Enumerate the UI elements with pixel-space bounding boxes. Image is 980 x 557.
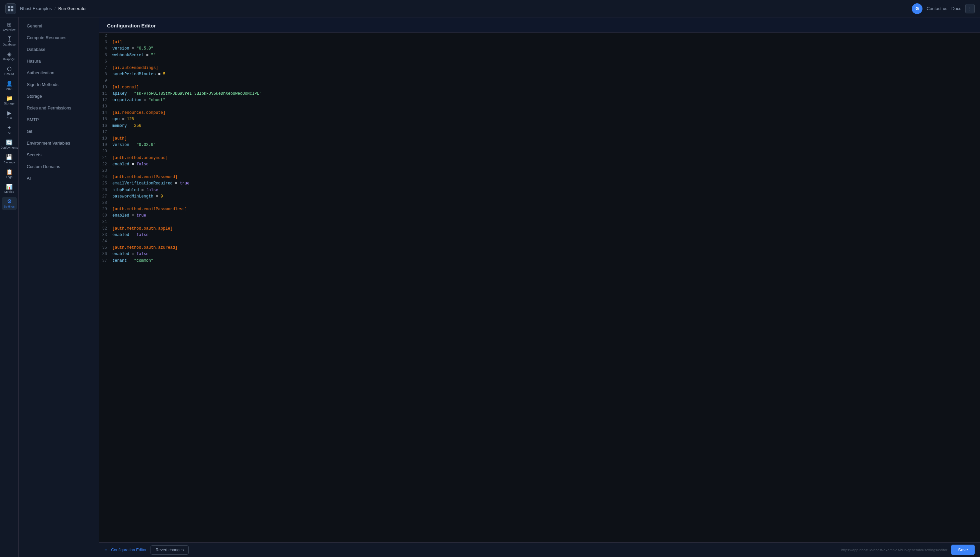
- sidebar-item-run[interactable]: ▶ Run: [2, 109, 17, 122]
- sidebar-item-label-graphql: GraphQL: [3, 57, 15, 61]
- table-row: 5 webhookSecret = "": [99, 52, 980, 59]
- svg-rect-2: [8, 9, 10, 11]
- table-row: 20: [99, 148, 980, 155]
- table-row: 29 [auth.method.emailPasswordless]: [99, 206, 980, 213]
- sidebar-item-label-database: Database: [3, 43, 16, 46]
- content-area: Configuration Editor 2 3 [ai] 4 version …: [99, 18, 980, 557]
- config-editor-icon: ≡: [104, 547, 107, 553]
- sidebar-item-label-settings: Settings: [4, 205, 15, 208]
- nav-item-database[interactable]: Database: [19, 44, 99, 55]
- sidebar-item-logs[interactable]: 📋 Logs: [2, 168, 17, 181]
- sidebar-item-backups[interactable]: 💾 Backups: [2, 153, 17, 166]
- menu-button[interactable]: ⋮: [965, 4, 975, 13]
- sidebar-item-hasura[interactable]: ⬡ Hasura: [2, 64, 17, 78]
- nav-item-compute-resources[interactable]: Compute Resources: [19, 32, 99, 44]
- breadcrumb-separator: /: [55, 6, 56, 11]
- graphql-icon: ◈: [7, 52, 11, 57]
- sidebar-item-label-auth: Auth: [6, 87, 12, 90]
- svg-rect-0: [8, 6, 10, 8]
- svg-rect-1: [11, 6, 13, 8]
- table-row: 34: [99, 238, 980, 245]
- run-icon: ▶: [7, 111, 11, 116]
- table-row: 33 enabled = false: [99, 232, 980, 238]
- contact-link[interactable]: Contact us: [926, 6, 947, 11]
- nav-item-ai[interactable]: AI: [19, 173, 99, 184]
- settings-icon: ⚙: [7, 199, 12, 204]
- nav-item-general[interactable]: General: [19, 20, 99, 32]
- nav-item-sign-in-methods[interactable]: Sign-In Methods: [19, 79, 99, 90]
- auth-icon: 👤: [6, 81, 13, 86]
- nav-item-git[interactable]: Git: [19, 125, 99, 137]
- sidebar-item-deployments[interactable]: 🔄 Deployments: [2, 138, 17, 151]
- table-row: 13: [99, 103, 980, 110]
- table-row: 25 emailVerificationRequired = true: [99, 181, 980, 187]
- table-row: 23: [99, 168, 980, 174]
- sidebar-item-label-deployments: Deployments: [0, 146, 18, 149]
- breadcrumb: Nhost Examples / Bun Generator: [20, 6, 87, 11]
- settings-nav: General Compute Resources Database Hasur…: [19, 18, 99, 557]
- table-row: 10 [ai.openai]: [99, 84, 980, 91]
- hasura-icon: ⬡: [7, 66, 12, 72]
- table-row: 31: [99, 219, 980, 225]
- logs-icon: 📋: [6, 169, 13, 175]
- nav-item-env-variables[interactable]: Environment Variables: [19, 137, 99, 149]
- breadcrumb-root[interactable]: Nhost Examples: [20, 6, 52, 11]
- table-row: 35 [auth.method.oauth.azuread]: [99, 245, 980, 251]
- table-row: 9: [99, 78, 980, 84]
- database-icon: 🗄: [7, 37, 12, 42]
- overview-icon: ⊞: [7, 22, 11, 28]
- backups-icon: 💾: [6, 155, 13, 160]
- sidebar-item-storage[interactable]: 📁 Storage: [2, 94, 17, 107]
- sidebar-item-label-logs: Logs: [6, 175, 13, 179]
- deployments-icon: 🔄: [6, 140, 13, 145]
- table-row: 14 [ai.resources.compute]: [99, 110, 980, 116]
- table-row: 18 [auth]: [99, 135, 980, 142]
- svg-rect-3: [11, 9, 13, 11]
- main-layout: ⊞ Overview 🗄 Database ◈ GraphQL ⬡ Hasura…: [0, 18, 980, 557]
- sidebar-item-label-backups: Backups: [3, 161, 15, 164]
- table-row: 36 enabled = false: [99, 251, 980, 257]
- nav-item-secrets[interactable]: Secrets: [19, 149, 99, 161]
- table-row: 16 memory = 256: [99, 123, 980, 129]
- sidebar-item-label-run: Run: [6, 116, 12, 120]
- nav-item-hasura[interactable]: Hasura: [19, 55, 99, 67]
- sidebar-item-overview[interactable]: ⊞ Overview: [2, 20, 17, 34]
- table-row: 4 version = "0.5.0": [99, 46, 980, 52]
- table-row: 7 [ai.autoEmbeddings]: [99, 65, 980, 71]
- bottom-bar: ≡ Configuration Editor Revert changes ht…: [99, 542, 980, 557]
- url-display: https://app.nhost.io/nhost-examples/bun-…: [841, 548, 947, 552]
- code-editor[interactable]: 2 3 [ai] 4 version = "0.5.0" 5 webhookSe…: [99, 33, 980, 542]
- metrics-icon: 📊: [6, 184, 13, 189]
- table-row: 37 tenant = "common": [99, 258, 980, 264]
- table-row: 6: [99, 59, 980, 65]
- table-row: 11 apiKey = "sk-vToFUIT8StMFJDGaVreIT3Bl…: [99, 91, 980, 97]
- sidebar-item-label-hasura: Hasura: [4, 72, 14, 76]
- sidebar-item-label-storage: Storage: [4, 102, 15, 105]
- nav-item-smtp[interactable]: SMTP: [19, 114, 99, 125]
- nav-item-roles-permissions[interactable]: Roles and Permissions: [19, 102, 99, 114]
- nav-item-authentication[interactable]: Authentication: [19, 67, 99, 79]
- sidebar-item-metrics[interactable]: 📊 Metrics: [2, 182, 17, 195]
- nav-item-storage[interactable]: Storage: [19, 90, 99, 102]
- table-row: 22 enabled = false: [99, 161, 980, 168]
- breadcrumb-current: Bun Generator: [58, 6, 87, 11]
- nav-item-custom-domains[interactable]: Custom Domains: [19, 161, 99, 173]
- table-row: 8 synchPeriodMinutes = 5: [99, 71, 980, 78]
- save-button[interactable]: Save: [951, 545, 975, 555]
- table-row: 27 passwordMinLength = 9: [99, 194, 980, 200]
- logo[interactable]: [5, 3, 16, 14]
- sidebar-item-label-overview: Overview: [3, 28, 16, 31]
- sidebar-item-ai[interactable]: ✦ AI: [2, 123, 17, 137]
- table-row: 30 enabled = true: [99, 213, 980, 219]
- header: Nhost Examples / Bun Generator G Contact…: [0, 0, 980, 18]
- sidebar-item-label-metrics: Metrics: [4, 190, 14, 194]
- docs-link[interactable]: Docs: [951, 6, 961, 11]
- sidebar: ⊞ Overview 🗄 Database ◈ GraphQL ⬡ Hasura…: [0, 18, 19, 557]
- storage-icon: 📁: [6, 96, 13, 101]
- revert-changes-button[interactable]: Revert changes: [151, 545, 189, 555]
- sidebar-item-database[interactable]: 🗄 Database: [2, 35, 17, 48]
- sidebar-item-auth[interactable]: 👤 Auth: [2, 79, 17, 93]
- avatar[interactable]: G: [912, 3, 922, 14]
- sidebar-item-graphql[interactable]: ◈ GraphQL: [2, 50, 17, 63]
- sidebar-item-settings[interactable]: ⚙ Settings: [2, 197, 17, 210]
